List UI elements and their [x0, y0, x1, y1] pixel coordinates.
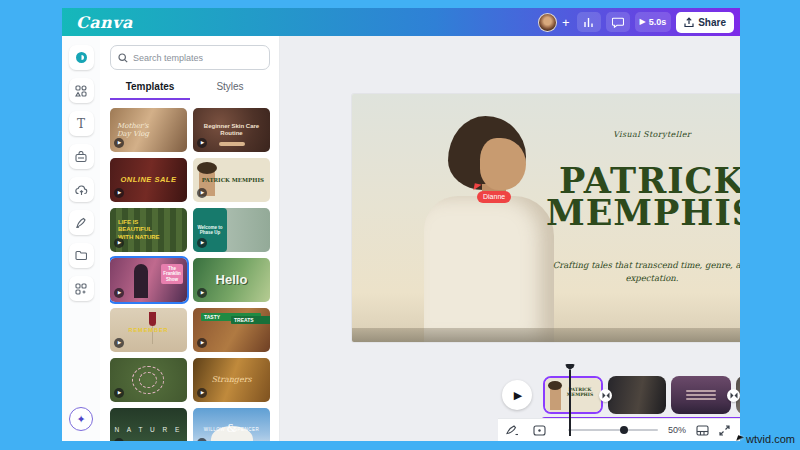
play-badge-icon: ▶ — [197, 188, 207, 198]
transition-icon — [730, 392, 738, 399]
template-thumb-nature[interactable]: N A T U R E ▶ — [110, 408, 187, 441]
playhead-pin[interactable] — [565, 364, 575, 370]
sidebar-item-design[interactable] — [69, 45, 94, 70]
text-tool-icon: T — [77, 117, 85, 131]
timeline-play-button[interactable]: ▶ — [502, 380, 532, 410]
template-thumb-phase-up[interactable]: Welcome to Phase Up ▶ — [193, 208, 270, 252]
duration-label: 5.0s — [649, 17, 667, 27]
play-icon: ▶ — [514, 389, 522, 402]
thumb-button-decor — [219, 142, 245, 146]
bar-chart-icon — [583, 17, 594, 28]
play-badge-icon: ▶ — [114, 138, 124, 148]
watermark-cursor-icon — [736, 435, 744, 443]
draw-pen-icon — [75, 217, 87, 229]
fullscreen-icon[interactable] — [719, 425, 730, 436]
sidebar-item-text[interactable]: T — [69, 111, 94, 136]
watermark: wtvid.com — [737, 433, 795, 445]
comments-button[interactable] — [606, 12, 630, 32]
transition-button-1[interactable] — [599, 389, 612, 402]
timeline-clip-1[interactable]: PATRICK MEMPHIS — [543, 376, 603, 414]
search-input[interactable] — [133, 53, 248, 63]
sidebar-item-brand[interactable] — [69, 144, 94, 169]
play-badge-icon: ▶ — [114, 238, 124, 248]
play-duration-button[interactable]: ▶ 5.0s — [635, 12, 672, 32]
play-badge-icon: ▶ — [197, 138, 207, 148]
play-badge-icon: ▶ — [197, 438, 207, 441]
tab-styles[interactable]: Styles — [190, 78, 270, 100]
duration-pages-icon[interactable] — [533, 425, 546, 436]
clip-text-decor — [686, 388, 716, 402]
canvas-title[interactable]: PATRICK MEMPHIS — [537, 165, 740, 229]
zoom-level-label: 50% — [668, 425, 686, 435]
grid-view-icon[interactable] — [696, 425, 709, 436]
search-box[interactable] — [110, 45, 270, 70]
template-thumb-spiral-text[interactable]: ▶ — [110, 358, 187, 402]
collaborator-name-badge: Dianne — [477, 191, 511, 203]
template-thumb-willow-spencer[interactable]: & WILLOW SPENCER ▶ — [193, 408, 270, 441]
thumb-figure-decor — [134, 264, 148, 298]
spiral-decor — [139, 372, 157, 388]
timeline-clip-2[interactable] — [608, 376, 666, 414]
template-thumb-franklin-show[interactable]: The Franklin Show ▶ — [110, 258, 187, 302]
comment-bubble-icon — [612, 17, 624, 28]
sidebar-item-elements[interactable] — [69, 78, 94, 103]
notes-icon[interactable] — [506, 424, 519, 436]
play-badge-icon: ▶ — [114, 388, 124, 398]
status-bar: 50% — [498, 418, 740, 441]
template-thumb-nature-life[interactable]: LIFE IS BEAUTIFUL WITH NATURE ▶ — [110, 208, 187, 252]
insights-button[interactable] — [577, 12, 601, 32]
canvas-tagline[interactable]: Crafting tales that transcend time, genr… — [537, 259, 740, 285]
design-icon — [75, 51, 88, 64]
magic-assistant-button[interactable]: ✦ — [69, 407, 93, 431]
transition-icon — [602, 392, 610, 399]
share-upload-icon — [684, 17, 694, 28]
canva-logo[interactable]: Canva — [76, 13, 133, 32]
panel-tabs: Templates Styles — [110, 78, 270, 100]
template-thumb-hello[interactable]: Hello ▶ — [193, 258, 270, 302]
share-button[interactable]: Share — [676, 12, 734, 33]
playhead-line[interactable] — [569, 370, 571, 436]
collaborator-cursor: Dianne — [477, 191, 511, 203]
clip-figure-decor — [550, 384, 561, 410]
timeline-clip-3[interactable] — [671, 376, 731, 414]
top-bar: Canva + ▶ 5.0s Share — [62, 8, 740, 36]
left-toolbar: T ✦ — [62, 36, 100, 441]
uploads-cloud-icon — [75, 184, 88, 196]
transition-button-2[interactable] — [727, 389, 740, 402]
play-badge-icon: ▶ — [114, 438, 124, 441]
canvas-text-block[interactable]: Visual Storyteller PATRICK MEMPHIS Craft… — [537, 130, 740, 285]
canva-app-window: Canva + ▶ 5.0s Share — [62, 8, 740, 441]
brand-kit-icon — [75, 151, 87, 163]
screenshot-frame: Canva + ▶ 5.0s Share — [0, 0, 800, 450]
template-thumb-remember[interactable]: REMEMBER ▶ — [110, 308, 187, 352]
cursor-arrow-icon — [473, 183, 481, 191]
template-thumb-patrick-memphis[interactable]: PATRICK MEMPHIS ▶ — [193, 158, 270, 202]
tab-templates[interactable]: Templates — [110, 78, 190, 100]
play-badge-icon: ▶ — [197, 388, 207, 398]
template-thumb-mothers-day-vlog[interactable]: Mother's Day Vlog ▶ — [110, 108, 187, 152]
template-thumb-strangers[interactable]: Strangers ▶ — [193, 358, 270, 402]
watermark-text: wtvid.com — [746, 433, 795, 445]
template-thumb-skin-care[interactable]: Beginner Skin Care Routine ▶ — [193, 108, 270, 152]
play-badge-icon: ▶ — [114, 338, 124, 348]
add-collaborator-icon[interactable]: + — [562, 16, 570, 29]
sidebar-item-uploads[interactable] — [69, 177, 94, 202]
user-avatar[interactable] — [538, 13, 557, 32]
share-label: Share — [698, 17, 726, 28]
folder-icon — [75, 250, 87, 261]
design-canvas[interactable]: Visual Storyteller PATRICK MEMPHIS Craft… — [352, 94, 740, 342]
template-thumb-tasty-treats[interactable]: TASTY TREATS ▶ — [193, 308, 270, 352]
play-icon: ▶ — [640, 18, 646, 26]
zoom-slider-knob[interactable] — [620, 426, 628, 434]
top-bar-actions: + ▶ 5.0s Share — [538, 8, 734, 36]
sparkle-icon: ✦ — [76, 413, 85, 426]
templates-panel: Templates Styles Mother's Day Vlog ▶ Beg… — [100, 36, 280, 441]
sidebar-item-draw[interactable] — [69, 210, 94, 235]
sidebar-item-projects[interactable] — [69, 243, 94, 268]
canvas-eyebrow[interactable]: Visual Storyteller — [537, 130, 740, 139]
play-badge-icon: ▶ — [197, 338, 207, 348]
sidebar-item-apps[interactable] — [69, 276, 94, 301]
editor-area: Visual Storyteller PATRICK MEMPHIS Craft… — [280, 36, 740, 441]
template-thumb-online-sale[interactable]: ONLINE SALE ▶ — [110, 158, 187, 202]
zoom-slider[interactable] — [568, 429, 658, 431]
